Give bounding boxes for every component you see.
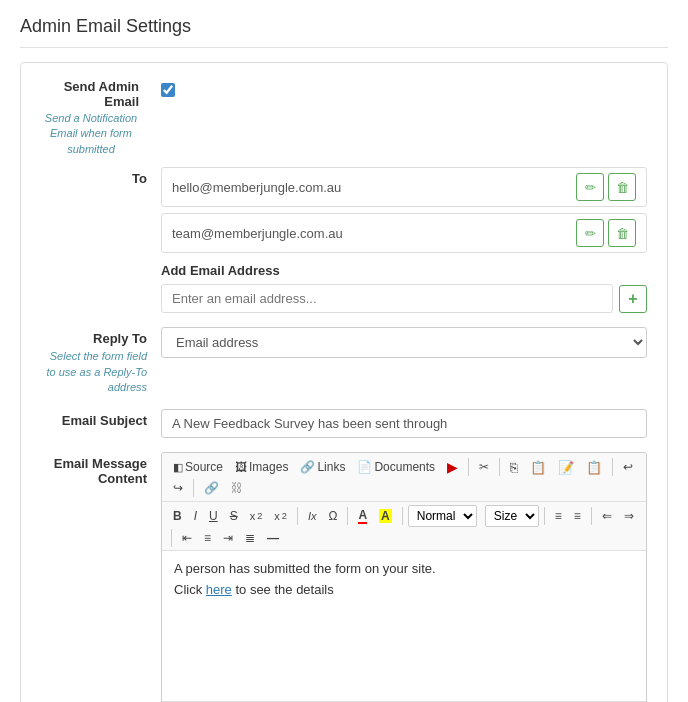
email-actions-1: ✏ 🗑 bbox=[576, 173, 636, 201]
to-label: To bbox=[41, 171, 147, 186]
email-subject-input[interactable] bbox=[161, 409, 647, 438]
documents-icon: 📄 bbox=[357, 460, 372, 474]
rte-paragraph-2: Click here to see the details bbox=[174, 582, 634, 597]
email-entry-2: team@memberjungle.com.au ✏ 🗑 bbox=[161, 213, 647, 253]
rte-bg-color-button[interactable]: A bbox=[374, 507, 397, 525]
add-email-input-row: + bbox=[161, 284, 647, 313]
rte-align-justify-button[interactable]: ≣ bbox=[240, 529, 260, 547]
rte-separator-10 bbox=[171, 529, 172, 547]
email-text-2: team@memberjungle.com.au bbox=[172, 226, 343, 241]
rte-images-button[interactable]: 🖼 Images bbox=[230, 458, 293, 476]
images-icon: 🖼 bbox=[235, 460, 247, 474]
rte-align-center-button[interactable]: ≡ bbox=[199, 529, 216, 547]
rte-ol-button[interactable]: ≡ bbox=[550, 507, 567, 525]
edit-email-1-button[interactable]: ✏ bbox=[576, 173, 604, 201]
email-subject-input-col bbox=[161, 409, 647, 438]
rte-documents-button[interactable]: 📄 Documents bbox=[352, 458, 440, 476]
send-admin-email-row: Send Admin Email Send a Notification Ema… bbox=[41, 79, 647, 157]
email-text-1: hello@memberjungle.com.au bbox=[172, 180, 341, 195]
rte-align-right-button[interactable]: ⇥ bbox=[218, 529, 238, 547]
page-title: Admin Email Settings bbox=[20, 16, 668, 48]
rte-separator-8 bbox=[544, 507, 545, 525]
rte-undo-button[interactable]: ↩ bbox=[618, 458, 638, 476]
rte-link-button[interactable]: 🔗 bbox=[199, 479, 224, 497]
add-email-input[interactable] bbox=[161, 284, 613, 313]
rte-separator-3 bbox=[612, 458, 613, 476]
rte-toolbar-row2: B I U S x2 x2 Ix Ω A A bbox=[162, 502, 646, 551]
email-subject-row: Email Subject bbox=[41, 409, 647, 438]
rte-special-char-button[interactable]: Ω bbox=[323, 507, 342, 525]
rte-italic2-button[interactable]: Ix bbox=[303, 508, 322, 524]
rte-unlink-button[interactable]: ⛓ bbox=[226, 479, 248, 497]
reply-to-label: Reply To bbox=[41, 331, 147, 346]
links-icon: 🔗 bbox=[300, 460, 315, 474]
reply-to-select[interactable]: Email address bbox=[161, 327, 647, 358]
email-message-row: Email Message Content ◧ Source 🖼 Images bbox=[41, 452, 647, 702]
rte-font-color-button[interactable]: A bbox=[353, 506, 372, 526]
rich-text-editor: ◧ Source 🖼 Images 🔗 Links 📄 bbox=[161, 452, 647, 702]
rte-separator-5 bbox=[297, 507, 298, 525]
rte-separator-6 bbox=[347, 507, 348, 525]
rte-separator-4 bbox=[193, 479, 194, 497]
rte-paste-word-button[interactable]: 📋 bbox=[581, 458, 607, 477]
email-message-input-col: ◧ Source 🖼 Images 🔗 Links 📄 bbox=[161, 452, 647, 702]
reply-to-row: Reply To Select the form field to use as… bbox=[41, 327, 647, 395]
rte-separator-7 bbox=[402, 507, 403, 525]
send-admin-sub-label: Send a Notification Email when form subm… bbox=[41, 111, 141, 157]
rte-indent-more-button[interactable]: ⇒ bbox=[619, 507, 639, 525]
rte-copy-button[interactable]: ⎘ bbox=[505, 458, 523, 477]
add-email-button[interactable]: + bbox=[619, 285, 647, 313]
edit-email-2-button[interactable]: ✏ bbox=[576, 219, 604, 247]
rte-separator-1 bbox=[468, 458, 469, 476]
email-actions-2: ✏ 🗑 bbox=[576, 219, 636, 247]
email-content-label: Content bbox=[41, 471, 147, 486]
rte-ul-button[interactable]: ≡ bbox=[569, 507, 586, 525]
source-icon: ◧ bbox=[173, 461, 183, 474]
rte-strikethrough-button[interactable]: S bbox=[225, 507, 243, 525]
rte-indent-less-button[interactable]: ⇐ bbox=[597, 507, 617, 525]
rte-content-area[interactable]: A person has submitted the form on your … bbox=[162, 551, 646, 701]
rte-separator-2 bbox=[499, 458, 500, 476]
delete-email-2-button[interactable]: 🗑 bbox=[608, 219, 636, 247]
rte-cut-button[interactable]: ✂ bbox=[474, 458, 494, 476]
reply-to-input-col: Email address bbox=[161, 327, 647, 358]
rte-italic-button[interactable]: I bbox=[189, 507, 202, 525]
rte-links-button[interactable]: 🔗 Links bbox=[295, 458, 350, 476]
email-subject-label: Email Subject bbox=[41, 413, 147, 428]
rte-size-select[interactable]: Size bbox=[485, 505, 539, 527]
rte-paste-text-button[interactable]: 📝 bbox=[553, 458, 579, 477]
rte-bold-button[interactable]: B bbox=[168, 507, 187, 525]
admin-email-settings-card: Send Admin Email Send a Notification Ema… bbox=[20, 62, 668, 702]
email-entry-1: hello@memberjungle.com.au ✏ 🗑 bbox=[161, 167, 647, 207]
reply-to-sub-label: Select the form field to use as a Reply-… bbox=[41, 349, 147, 395]
youtube-icon: ▶ bbox=[447, 459, 458, 475]
rte-separator-9 bbox=[591, 507, 592, 525]
to-field-row: To hello@memberjungle.com.au ✏ 🗑 team@me… bbox=[41, 167, 647, 313]
rte-align-left-button[interactable]: ⇤ bbox=[177, 529, 197, 547]
rte-redo-button[interactable]: ↪ bbox=[168, 479, 188, 497]
rte-underline-button[interactable]: U bbox=[204, 507, 223, 525]
send-admin-label: Send Admin Email bbox=[41, 79, 139, 109]
send-admin-email-checkbox[interactable] bbox=[161, 83, 175, 97]
rte-hr-button[interactable]: — bbox=[262, 529, 284, 547]
rte-subscript-button[interactable]: x2 bbox=[245, 508, 268, 524]
add-email-label: Add Email Address bbox=[161, 263, 647, 278]
rte-format-select[interactable]: Normal bbox=[408, 505, 477, 527]
email-message-label: Email Message bbox=[41, 456, 147, 471]
rte-paste-button[interactable]: 📋 bbox=[525, 458, 551, 477]
rte-paragraph-1: A person has submitted the form on your … bbox=[174, 561, 634, 576]
rte-youtube-button[interactable]: ▶ bbox=[442, 457, 463, 477]
rte-source-button[interactable]: ◧ Source bbox=[168, 458, 228, 476]
rte-superscript-button[interactable]: x2 bbox=[269, 508, 292, 524]
rte-here-link[interactable]: here bbox=[206, 582, 232, 597]
rte-toolbar-row1: ◧ Source 🖼 Images 🔗 Links 📄 bbox=[162, 453, 646, 502]
to-input-col: hello@memberjungle.com.au ✏ 🗑 team@membe… bbox=[161, 167, 647, 313]
delete-email-1-button[interactable]: 🗑 bbox=[608, 173, 636, 201]
add-email-section: Add Email Address + bbox=[161, 263, 647, 313]
